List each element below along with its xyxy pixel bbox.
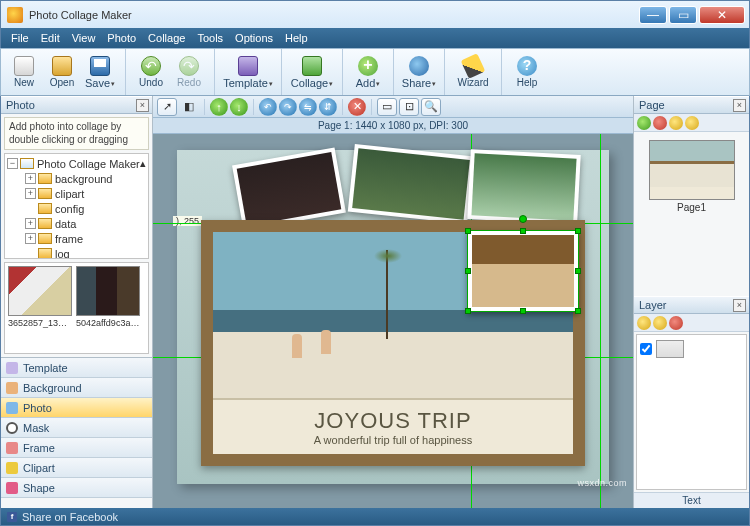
tab-frame[interactable]: Frame [1, 438, 152, 458]
undo-button[interactable]: Undo [133, 50, 169, 94]
resize-handle[interactable] [465, 228, 471, 234]
menu-edit[interactable]: Edit [35, 30, 66, 46]
delete-page-button[interactable] [653, 116, 667, 130]
tab-template[interactable]: Template [1, 358, 152, 378]
tree-root[interactable]: −Photo Collage Maker ▴ [7, 156, 146, 171]
thumbnail[interactable] [76, 266, 140, 316]
layer-down-button[interactable] [653, 316, 667, 330]
expand-icon[interactable]: + [25, 218, 36, 229]
menu-tools[interactable]: Tools [191, 30, 229, 46]
thumbnail[interactable] [8, 266, 72, 316]
save-button[interactable]: Save▾ [82, 50, 118, 94]
editor-toolbar: ➚ ◧ ↑ ↓ ↶ ↷ ⇋ ⇵ ✕ ▭ ⊡ 🔍 [153, 96, 633, 118]
window-close-button[interactable]: ✕ [699, 6, 745, 24]
help-button[interactable]: Help [509, 50, 545, 94]
layer-panel: Layer × Text [634, 296, 749, 508]
menu-file[interactable]: File [5, 30, 35, 46]
tool-flip-h[interactable]: ⇋ [299, 98, 317, 116]
guide-vertical[interactable] [600, 134, 601, 508]
redo-icon [179, 56, 199, 76]
menu-collage[interactable]: Collage [142, 30, 191, 46]
photo-panel-header: Photo × [1, 96, 152, 114]
template-button[interactable]: Template▾ [222, 50, 274, 94]
tab-clipart[interactable]: Clipart [1, 458, 152, 478]
resize-handle[interactable] [465, 308, 471, 314]
redo-button[interactable]: Redo [171, 50, 207, 94]
tab-background[interactable]: Background [1, 378, 152, 398]
tool-crop[interactable]: ◧ [179, 98, 199, 116]
share-button[interactable]: Share▾ [401, 50, 437, 94]
main-area: Photo × Add photo into collage by double… [0, 96, 750, 508]
menu-options[interactable]: Options [229, 30, 279, 46]
tool-zoom[interactable]: 🔍 [421, 98, 441, 116]
expand-icon[interactable]: + [25, 188, 36, 199]
expand-icon[interactable]: + [25, 173, 36, 184]
resize-handle[interactable] [465, 268, 471, 274]
rotate-handle[interactable] [519, 215, 527, 223]
page-settings-button[interactable] [685, 116, 699, 130]
tool-rotate-right[interactable]: ↷ [279, 98, 297, 116]
tool-rotate-left[interactable]: ↶ [259, 98, 277, 116]
facebook-icon[interactable]: f [7, 512, 17, 522]
expand-icon[interactable]: + [25, 233, 36, 244]
undo-icon [141, 56, 161, 76]
resize-handle[interactable] [520, 308, 526, 314]
wizard-icon [461, 53, 486, 79]
selected-photo[interactable] [467, 230, 579, 312]
layer-panel-toolbar [634, 314, 749, 332]
canvas[interactable]: ), 255 JOYOUS TRIP A w [153, 134, 633, 508]
tab-photo[interactable]: Photo [1, 398, 152, 418]
folder-tree[interactable]: −Photo Collage Maker ▴ +background +clip… [4, 153, 149, 259]
tab-shape[interactable]: Shape [1, 478, 152, 498]
collage-photo[interactable] [232, 147, 346, 230]
template-icon [6, 362, 18, 374]
tree-node[interactable]: +clipart [7, 186, 146, 201]
menu-view[interactable]: View [66, 30, 102, 46]
resize-handle[interactable] [575, 228, 581, 234]
collage-photo[interactable] [348, 144, 474, 224]
menu-help[interactable]: Help [279, 30, 314, 46]
layer-visible-checkbox[interactable] [640, 343, 652, 355]
page-panel-close-button[interactable]: × [733, 99, 746, 112]
resize-handle[interactable] [520, 228, 526, 234]
person-decoration [321, 330, 331, 354]
add-page-button[interactable] [637, 116, 651, 130]
layer-panel-close-button[interactable]: × [733, 299, 746, 312]
duplicate-page-button[interactable] [669, 116, 683, 130]
layer-delete-button[interactable] [669, 316, 683, 330]
caption-strip[interactable]: JOYOUS TRIP A wonderful trip full of hap… [213, 398, 573, 454]
tree-node[interactable]: +background [7, 171, 146, 186]
tool-move-down[interactable]: ↓ [230, 98, 248, 116]
add-button[interactable]: Add▾ [350, 50, 386, 94]
menu-photo[interactable]: Photo [101, 30, 142, 46]
page[interactable]: ), 255 JOYOUS TRIP A w [177, 150, 609, 484]
tree-node[interactable]: +config [7, 201, 146, 216]
title-bar: Photo Collage Maker — ▭ ✕ [0, 0, 750, 28]
resize-handle[interactable] [575, 308, 581, 314]
tool-move-up[interactable]: ↑ [210, 98, 228, 116]
new-button[interactable]: New [6, 50, 42, 94]
photo-panel-close-button[interactable]: × [136, 99, 149, 112]
layer-up-button[interactable] [637, 316, 651, 330]
layer-item[interactable] [640, 338, 743, 360]
tool-delete[interactable]: ✕ [348, 98, 366, 116]
tree-node[interactable]: +log [7, 246, 146, 259]
collage-photo[interactable] [467, 149, 581, 225]
window-maximize-button[interactable]: ▭ [669, 6, 697, 24]
collage-button[interactable]: Collage▾ [289, 50, 335, 94]
share-on-facebook-link[interactable]: Share on Facebook [22, 511, 118, 523]
tab-mask[interactable]: Mask [1, 418, 152, 438]
open-button[interactable]: Open [44, 50, 80, 94]
collapse-icon[interactable]: − [7, 158, 18, 169]
tree-node[interactable]: +frame [7, 231, 146, 246]
template-icon [238, 56, 258, 76]
tool-fit[interactable]: ▭ [377, 98, 397, 116]
tool-pointer[interactable]: ➚ [157, 98, 177, 116]
window-minimize-button[interactable]: — [639, 6, 667, 24]
tool-actual[interactable]: ⊡ [399, 98, 419, 116]
wizard-button[interactable]: Wizard [452, 50, 494, 94]
tool-flip-v[interactable]: ⇵ [319, 98, 337, 116]
page-thumbnail[interactable] [649, 140, 735, 200]
resize-handle[interactable] [575, 268, 581, 274]
tree-node[interactable]: +data [7, 216, 146, 231]
